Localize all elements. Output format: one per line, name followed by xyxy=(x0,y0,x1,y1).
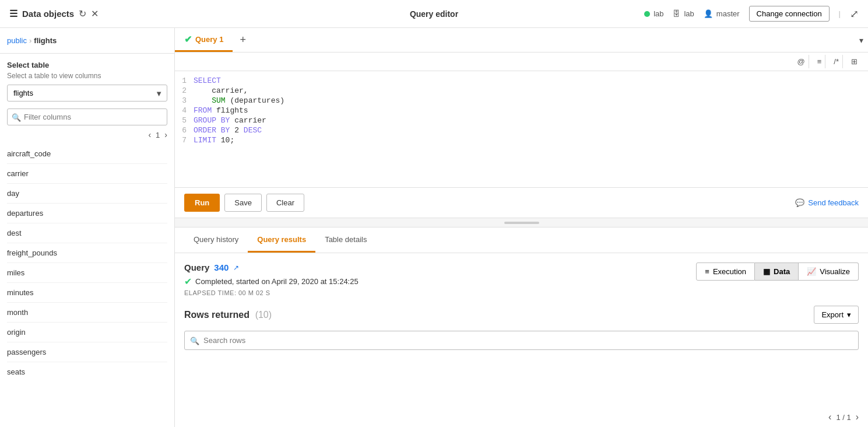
filter-columns-input[interactable] xyxy=(7,108,167,125)
breadcrumb-separator: › xyxy=(29,36,31,45)
query-history-label: Query history xyxy=(194,235,238,244)
sidebar-header: public › flights xyxy=(0,28,174,54)
list-item: aircraft_code xyxy=(7,144,167,164)
export-button[interactable]: Export ▾ xyxy=(814,306,859,324)
resize-divider[interactable] xyxy=(175,218,868,228)
external-link-icon: ↗ xyxy=(233,264,239,272)
breadcrumb-public[interactable]: public xyxy=(7,36,27,45)
execution-view-button[interactable]: ≡ Execution xyxy=(696,262,755,281)
code-line-1: 1 SELECT xyxy=(175,76,868,86)
run-button[interactable]: Run xyxy=(184,194,220,212)
prev-page-button[interactable]: ‹ xyxy=(148,130,151,139)
query-results-label: Query results xyxy=(257,235,306,244)
column-list: aircraft_code carrier day departures des… xyxy=(7,144,167,382)
query-info: Query 340 ↗ ✔ Completed, started on Apri… xyxy=(184,262,359,296)
code-content: SELECT xyxy=(194,76,868,85)
rows-returned-label: Rows returned xyxy=(184,310,249,320)
table-select-wrapper: flights ▼ xyxy=(7,85,167,102)
search-rows-input[interactable] xyxy=(184,331,859,350)
clear-button[interactable]: Clear xyxy=(266,194,304,212)
rows-returned-row: Rows returned (10) Export ▾ xyxy=(184,306,859,324)
list-item: departures xyxy=(7,204,167,223)
expand-icon[interactable]: ⤢ xyxy=(850,8,859,20)
tab-query-history[interactable]: Query history xyxy=(184,228,248,253)
code-content: GROUP BY carrier xyxy=(194,116,868,125)
refresh-icon[interactable]: ↻ xyxy=(79,8,86,19)
grid-icon-button[interactable]: ⊞ xyxy=(848,55,861,68)
export-label: Export xyxy=(821,310,844,319)
code-content: carrier, xyxy=(194,86,868,95)
tab-table-details[interactable]: Table details xyxy=(315,228,376,253)
sidebar: public › flights Select table Select a t… xyxy=(0,28,175,427)
code-line-7: 7 LIMIT 10; xyxy=(175,135,868,145)
next-results-page-button[interactable]: › xyxy=(856,412,859,422)
prev-results-page-button[interactable]: ‹ xyxy=(828,412,831,422)
code-content: FROM flights xyxy=(194,106,868,115)
tab-query-results[interactable]: Query results xyxy=(248,228,315,253)
list-item: freight_pounds xyxy=(7,243,167,263)
list-icon-button[interactable]: ≡ xyxy=(814,55,826,68)
search-rows-wrapper: 🔍 xyxy=(184,331,859,350)
editor-toolbar: @ ≡ /* ⊞ xyxy=(175,52,868,71)
pagination: ‹ 1 › xyxy=(7,130,167,139)
next-page-button[interactable]: › xyxy=(164,130,167,139)
list-item: month xyxy=(7,303,167,323)
line-number: 4 xyxy=(175,106,194,115)
at-symbol-button[interactable]: @ xyxy=(794,55,809,68)
chevron-down-icon[interactable]: ▾ xyxy=(859,36,863,45)
user-label: 👤 master xyxy=(704,9,740,18)
query-number-row: Query 340 ↗ xyxy=(184,262,359,272)
list-item: origin xyxy=(7,323,167,342)
save-button[interactable]: Save xyxy=(224,194,262,212)
tab-check-icon: ✔ xyxy=(184,34,192,45)
divider-handle xyxy=(504,222,539,224)
line-number: 2 xyxy=(175,86,194,95)
execution-icon: ≡ xyxy=(705,267,709,276)
code-content: SUM (departures) xyxy=(194,96,868,105)
bottom-pagination: ‹ 1 / 1 › xyxy=(175,407,868,427)
select-table-label: Select table xyxy=(7,61,167,69)
query-result-content: Query 340 ↗ ✔ Completed, started on Apri… xyxy=(175,253,868,407)
send-feedback-button[interactable]: 💬 Send feedback xyxy=(795,198,859,207)
tab-query1[interactable]: ✔ Query 1 xyxy=(175,28,233,52)
code-editor[interactable]: 1 SELECT 2 carrier, 3 SUM (departures) 4… xyxy=(175,71,868,188)
tab-label: Query 1 xyxy=(195,35,223,44)
query-number-link[interactable]: 340 xyxy=(214,262,229,272)
change-connection-button[interactable]: Change connection xyxy=(749,6,830,22)
table-select[interactable]: flights xyxy=(7,85,167,102)
status-label: lab xyxy=(653,9,663,18)
line-number: 3 xyxy=(175,96,194,105)
result-top: Query 340 ↗ ✔ Completed, started on Apri… xyxy=(184,262,859,296)
breadcrumb: public › flights xyxy=(7,36,57,45)
rows-returned-info: Rows returned (10) xyxy=(184,310,272,320)
select-table-hint: Select a table to view columns xyxy=(7,72,167,80)
editor-area: ✔ Query 1 + ▾ @ ≡ /* ⊞ 1 SELECT 2 carrie… xyxy=(175,28,868,427)
completed-row: ✔ Completed, started on April 29, 2020 a… xyxy=(184,276,359,287)
search-rows-icon: 🔍 xyxy=(190,336,199,345)
tabs-bar: ✔ Query 1 + ▾ xyxy=(175,28,868,52)
visualize-view-button[interactable]: 📈 Visualize xyxy=(799,262,859,281)
feedback-icon: 💬 xyxy=(795,198,804,207)
view-buttons: ≡ Execution ▦ Data 📈 Visualize xyxy=(696,262,859,281)
close-icon[interactable]: ✕ xyxy=(91,8,99,19)
breadcrumb-table: flights xyxy=(34,36,57,45)
rows-count: (10) xyxy=(255,310,272,320)
export-arrow-icon: ▾ xyxy=(847,310,851,319)
list-item: day xyxy=(7,184,167,204)
data-view-button[interactable]: ▦ Data xyxy=(755,262,799,281)
table-details-label: Table details xyxy=(325,235,367,244)
comment-icon-button[interactable]: /* xyxy=(830,55,843,68)
query-label: Query xyxy=(184,262,209,272)
app-title: Data objects xyxy=(22,9,74,19)
list-item: carrier xyxy=(7,164,167,184)
add-tab-button[interactable]: + xyxy=(233,34,253,46)
separator: | xyxy=(839,9,841,18)
app-title-area: ☰ Data objects ↻ ✕ xyxy=(9,8,99,19)
filter-input-wrapper: 🔍 xyxy=(7,108,167,125)
data-icon: ▦ xyxy=(763,267,770,276)
main-layout: public › flights Select table Select a t… xyxy=(0,28,868,427)
query-editor-title: Query editor xyxy=(410,9,458,19)
list-item: seats xyxy=(7,362,167,382)
code-content: ORDER BY 2 DESC xyxy=(194,126,868,135)
send-feedback-label: Send feedback xyxy=(808,198,859,207)
